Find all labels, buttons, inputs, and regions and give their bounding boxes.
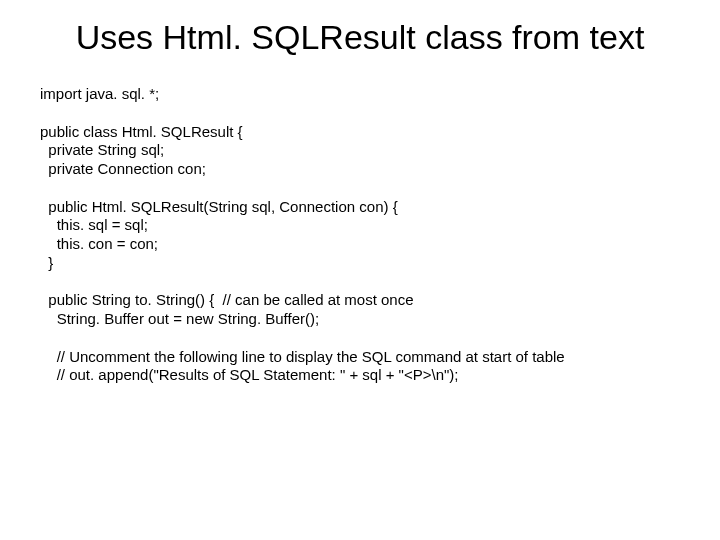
code-block: import java. sql. *; public class Html. … bbox=[40, 85, 680, 385]
slide-title: Uses Html. SQLResult class from text bbox=[70, 18, 650, 57]
slide: Uses Html. SQLResult class from text imp… bbox=[0, 0, 720, 540]
